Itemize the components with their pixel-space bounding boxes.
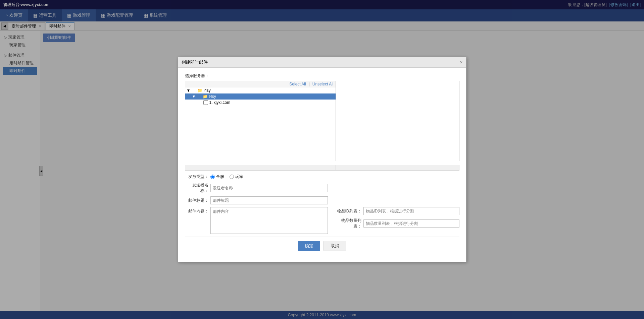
distribution-radio-group: 全服 玩家 <box>210 174 243 180</box>
radio-all-label: 全服 <box>216 174 224 180</box>
modal-title: 创建即时邮件 <box>182 59 208 65</box>
subject-label: 邮件标题： <box>185 198 208 203</box>
scroll-area <box>185 165 459 171</box>
item-qty-row: 物品数量列表： <box>335 218 459 229</box>
items-section: 物品ID列表： 物品数量列表： <box>335 207 459 232</box>
server-selector-label: 选择服务器： <box>185 73 459 79</box>
modal-close-button[interactable]: × <box>460 60 462 65</box>
toggle-icon-l4sy-group: ▼ <box>192 94 197 99</box>
item-qty-label: 物品数量列表： <box>335 218 361 229</box>
tree-header: Select All | Unselect All <box>185 81 336 87</box>
folder-icon-root: 📁 <box>197 88 202 93</box>
content-textarea[interactable] <box>210 207 328 234</box>
tree-node-label-l4sy-group: l4sy <box>209 94 216 99</box>
radio-option-all[interactable]: 全服 <box>210 174 224 180</box>
cancel-button[interactable]: 取消 <box>324 241 346 251</box>
modal-overlay: 创建即时邮件 × 选择服务器： Select All | Unselect Al… <box>0 0 644 319</box>
item-id-row: 物品ID列表： <box>335 207 459 215</box>
tree-node-label-l4sy-root: l4sy <box>204 88 211 93</box>
tree-node-l4sy-group[interactable]: ▼ 📁 l4sy <box>185 93 336 100</box>
subject-row: 邮件标题： <box>185 196 459 204</box>
item-id-label: 物品ID列表： <box>335 208 361 214</box>
create-mail-modal: 创建即时邮件 × 选择服务器： Select All | Unselect Al… <box>178 57 466 262</box>
radio-all[interactable] <box>210 175 215 179</box>
subject-input[interactable] <box>210 196 328 204</box>
content-label: 邮件内容： <box>185 208 208 214</box>
confirm-button[interactable]: 确定 <box>298 241 320 251</box>
right-scrollbar-h[interactable] <box>336 165 459 171</box>
modal-header: 创建即时邮件 × <box>178 57 466 68</box>
modal-footer: 确定 取消 <box>185 237 459 256</box>
tree-panel: Select All | Unselect All ▼ 📁 l4sy ▼ <box>185 81 336 161</box>
tree-scrollbar-h[interactable] <box>185 165 336 171</box>
distribution-row: 发放类型： 全服 玩家 <box>185 174 459 180</box>
sender-input[interactable] <box>210 184 328 192</box>
radio-option-player[interactable]: 玩家 <box>230 174 243 180</box>
item-id-input[interactable] <box>363 207 459 215</box>
radio-player-label: 玩家 <box>235 174 243 180</box>
item-qty-input[interactable] <box>363 219 459 228</box>
right-panel <box>336 81 459 161</box>
toggle-icon-l4sy-root: ▼ <box>187 88 191 93</box>
server-tree-container: Select All | Unselect All ▼ 📁 l4sy ▼ <box>185 81 459 161</box>
distribution-label: 发放类型： <box>185 174 208 180</box>
tree-node-label-server-1: 1. xjyxi.com <box>209 100 231 105</box>
sender-row: 发送者名称： <box>185 182 459 194</box>
modal-body: 选择服务器： Select All | Unselect All ▼ 📁 l4 <box>178 68 466 262</box>
sender-label: 发送者名称： <box>185 182 208 194</box>
select-all-link[interactable]: Select All <box>289 82 306 86</box>
tree-node-server-1[interactable]: 1. xjyxi.com <box>185 100 336 106</box>
server-1-checkbox[interactable] <box>203 100 208 105</box>
tree-node-l4sy-root[interactable]: ▼ 📁 l4sy <box>185 87 336 93</box>
folder-icon-group: 📁 <box>203 94 208 99</box>
radio-player[interactable] <box>230 175 234 179</box>
folder-checkbox-group <box>197 94 201 99</box>
unselect-all-link[interactable]: Unselect All <box>312 82 334 86</box>
folder-checkbox-root <box>191 88 196 93</box>
content-items-row: 邮件内容： 物品ID列表： 物品数量列表： <box>185 207 459 234</box>
content-section: 邮件内容： <box>185 207 328 234</box>
